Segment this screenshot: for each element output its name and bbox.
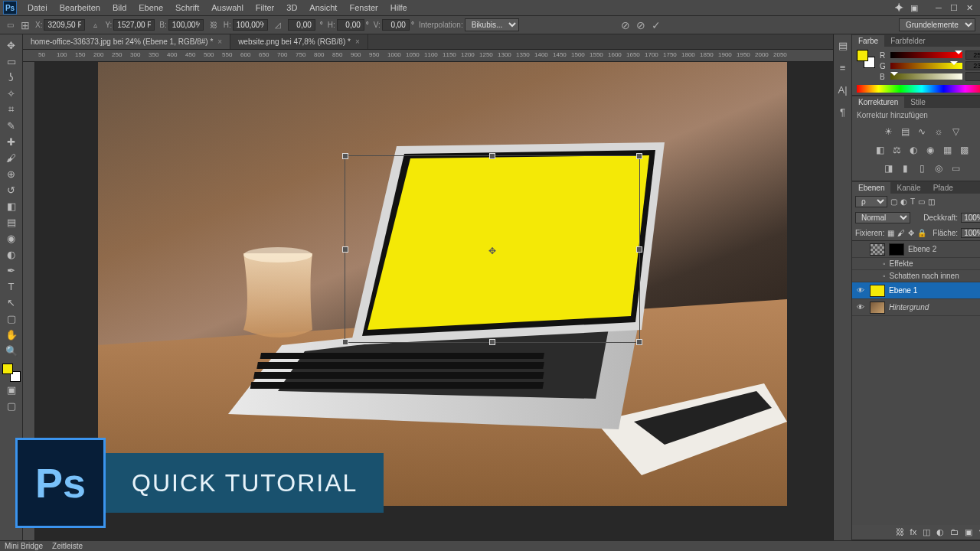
new-group-icon[interactable]: 🗀 xyxy=(950,527,959,537)
filter-adjust-icon[interactable]: ◐ xyxy=(900,197,907,206)
link-wh-icon[interactable]: ⛓ xyxy=(208,20,219,31)
close-tab-icon[interactable]: × xyxy=(217,37,222,46)
menu-select[interactable]: Auswahl xyxy=(205,3,250,12)
screen-mode-tool-icon[interactable]: ▢ xyxy=(2,398,21,413)
opacity-input[interactable] xyxy=(961,213,980,223)
transform-center-icon[interactable]: ✥ xyxy=(488,246,496,256)
layer-name[interactable]: Ebene 1 xyxy=(889,286,917,295)
menu-edit[interactable]: Bearbeiten xyxy=(54,3,106,12)
transform-handle-w[interactable] xyxy=(342,246,348,253)
transform-handle-ne[interactable] xyxy=(636,153,642,159)
angle-input[interactable] xyxy=(288,19,315,31)
channel-mixer-icon[interactable]: ▦ xyxy=(941,144,953,156)
fill-input[interactable] xyxy=(961,228,980,238)
hand-tool-icon[interactable]: ✋ xyxy=(2,327,21,342)
gradient-tool-icon[interactable]: ▤ xyxy=(2,214,21,230)
menu-type[interactable]: Schrift xyxy=(169,3,205,12)
healing-tool-icon[interactable]: ✚ xyxy=(2,134,21,149)
menu-filter[interactable]: Filter xyxy=(250,3,280,12)
layer-row[interactable]: Ebene 2 fx xyxy=(852,241,980,258)
lock-position-icon[interactable]: ✥ xyxy=(908,229,914,237)
visibility-toggle-icon[interactable]: 👁 xyxy=(855,303,866,311)
lock-pixels-icon[interactable]: 🖌 xyxy=(897,229,905,237)
document-tab[interactable]: website.png bei 47,8% (RGB/8) *× xyxy=(230,34,368,49)
color-swatches[interactable] xyxy=(2,364,21,382)
layer-row[interactable]: 👁 Hintergrund 🔒 xyxy=(852,299,980,316)
transform-handle-nw[interactable] xyxy=(342,153,348,159)
tab-color[interactable]: Farbe xyxy=(852,35,884,47)
add-mask-icon[interactable]: ◫ xyxy=(923,527,930,537)
swap-xy-icon[interactable]: ▵ xyxy=(90,20,100,31)
eyedropper-tool-icon[interactable]: ✎ xyxy=(2,118,21,133)
layer-effects-row[interactable]: ◦ Effekte xyxy=(852,258,980,270)
filter-type-icon[interactable]: T xyxy=(910,197,915,206)
x-input[interactable] xyxy=(44,19,85,31)
tab-adjustments[interactable]: Korrekturen xyxy=(852,96,904,108)
b-slider[interactable] xyxy=(890,73,962,80)
collapsed-panel-icon[interactable]: A| xyxy=(834,82,852,97)
g-slider[interactable] xyxy=(890,63,962,69)
collapsed-panel-icon[interactable]: ¶ xyxy=(834,104,852,119)
move-tool-icon[interactable]: ✥ xyxy=(2,37,21,53)
tab-arrange-icon[interactable]: ⯌ xyxy=(891,3,906,12)
effects-toggle-icon[interactable]: ◦ xyxy=(883,259,886,268)
filter-image-icon[interactable]: ▢ xyxy=(890,197,897,206)
brush-tool-icon[interactable]: 🖌 xyxy=(2,150,21,165)
marquee-tool-icon[interactable]: ▭ xyxy=(2,54,21,69)
layer-name[interactable]: Ebene 2 xyxy=(908,245,936,253)
levels-icon[interactable]: ▤ xyxy=(899,126,911,138)
tab-channels[interactable]: Kanäle xyxy=(890,182,926,194)
transform-handle-e[interactable] xyxy=(636,246,642,253)
window-minimize-icon[interactable]: ─ xyxy=(931,3,946,12)
layer-name[interactable]: Hintergrund xyxy=(889,303,929,311)
blend-mode-select[interactable]: Normal xyxy=(855,212,910,223)
collapsed-panel-icon[interactable]: ▤ xyxy=(834,37,852,53)
layer-thumbnail[interactable] xyxy=(870,285,885,297)
transform-handle-s[interactable] xyxy=(489,339,495,345)
pen-tool-icon[interactable]: ✒ xyxy=(2,262,21,278)
quick-mask-icon[interactable]: ▣ xyxy=(2,382,21,397)
invert-icon[interactable]: ◨ xyxy=(882,162,894,174)
b-value[interactable] xyxy=(965,72,980,81)
cancel-warp-icon[interactable]: ⊘ xyxy=(620,20,631,31)
screen-mode-icon[interactable]: ▣ xyxy=(906,3,922,13)
menu-layer[interactable]: Ebene xyxy=(132,3,169,12)
path-select-tool-icon[interactable]: ↖ xyxy=(2,295,21,310)
color-balance-icon[interactable]: ⚖ xyxy=(890,144,903,156)
history-brush-tool-icon[interactable]: ↺ xyxy=(2,182,21,197)
w-input[interactable] xyxy=(168,19,204,31)
skew-v-input[interactable] xyxy=(382,19,410,31)
photo-filter-icon[interactable]: ◉ xyxy=(924,144,936,156)
layer-filter-select[interactable]: ρArt xyxy=(855,196,887,207)
menu-help[interactable]: Hilfe xyxy=(384,3,413,12)
new-fill-adjust-icon[interactable]: ◐ xyxy=(936,527,944,537)
g-value[interactable] xyxy=(965,61,980,70)
zoom-tool-icon[interactable]: 🔍 xyxy=(2,343,21,358)
quick-select-tool-icon[interactable]: ✧ xyxy=(2,86,21,101)
brightness-icon[interactable]: ☀ xyxy=(882,126,894,138)
layer-thumbnail[interactable] xyxy=(870,243,885,256)
menu-3d[interactable]: 3D xyxy=(280,3,303,12)
lock-all-icon[interactable]: 🔒 xyxy=(917,229,926,237)
color-lookup-icon[interactable]: ▩ xyxy=(958,144,970,156)
transform-handle-sw[interactable] xyxy=(342,339,348,345)
skew-h-input[interactable] xyxy=(337,19,364,31)
dodge-tool-icon[interactable]: ◐ xyxy=(2,246,21,262)
close-tab-icon[interactable]: × xyxy=(355,37,360,46)
selective-color-icon[interactable]: ◎ xyxy=(933,162,945,174)
effect-toggle-icon[interactable]: ◦ xyxy=(883,272,886,280)
curves-icon[interactable]: ∿ xyxy=(916,126,928,138)
layer-thumbnail[interactable] xyxy=(870,302,885,314)
posterize-icon[interactable]: ▮ xyxy=(899,162,911,174)
document-tab[interactable]: home-office-336373.jpg bei 24% (Ebene 1,… xyxy=(23,34,230,49)
h-input[interactable] xyxy=(233,19,268,31)
timeline-tab[interactable]: Zeitleiste xyxy=(52,542,83,550)
reference-point-icon[interactable]: ⊞ xyxy=(20,20,31,31)
cancel-transform-icon[interactable]: ⊘ xyxy=(635,20,646,31)
transform-handle-n[interactable] xyxy=(489,153,495,159)
menu-file[interactable]: Datei xyxy=(21,3,54,12)
lock-transparency-icon[interactable]: ▦ xyxy=(887,229,894,237)
hue-ramp[interactable] xyxy=(857,85,980,93)
vibrance-icon[interactable]: ▽ xyxy=(949,126,962,138)
exposure-icon[interactable]: ☼ xyxy=(933,126,945,138)
